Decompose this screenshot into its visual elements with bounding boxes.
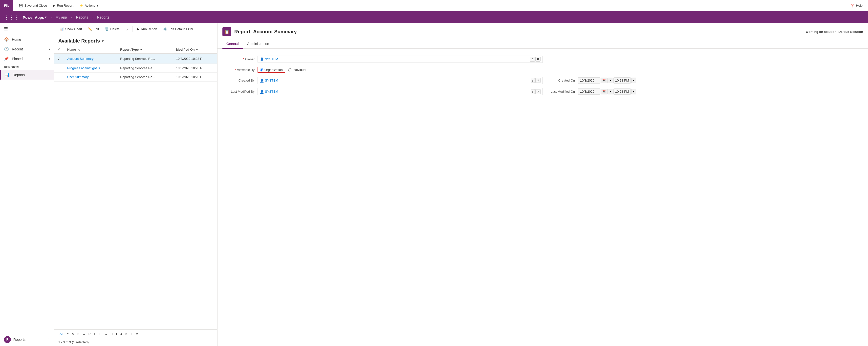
app-name: Power Apps ▾	[23, 15, 46, 20]
row-name-link[interactable]: Progress against goals	[67, 66, 100, 70]
sidebar: ☰ 🏠 Home 🕐 Recent ▾ 📌 Pinned ▾ Reports 📊…	[0, 23, 54, 346]
last-modified-on-dropdown-button[interactable]: ▾	[608, 89, 613, 94]
actions-icon: ⚡	[79, 4, 83, 7]
owner-clear-button[interactable]: ✕	[535, 57, 540, 62]
edit-button[interactable]: ✏️ Edit	[86, 26, 101, 32]
row-report-type: Reporting Services Re...	[117, 73, 173, 82]
pagination-section: All#ABCDEFGHIJKLM	[54, 329, 217, 338]
last-modified-on-time-dropdown[interactable]: ▾	[631, 89, 636, 94]
row-check[interactable]: ✓	[54, 54, 64, 64]
table-row[interactable]: Progress against goalsReporting Services…	[54, 64, 217, 73]
help-button[interactable]: ❓ Help	[848, 3, 865, 8]
owner-field: 👤 SYSTEM ↗ ✕	[257, 56, 543, 63]
last-modified-by-lookup-button[interactable]: ↗	[535, 89, 540, 94]
alpha-nav-f[interactable]: F	[98, 332, 102, 336]
radio-organization-input[interactable]	[260, 68, 263, 71]
row-check[interactable]	[54, 64, 64, 73]
alpha-nav-h[interactable]: H	[109, 332, 114, 336]
form-row-spacer2	[543, 65, 863, 75]
radio-individual-input[interactable]	[288, 68, 291, 71]
created-by-field-actions: ↕ ↗	[531, 78, 541, 83]
owner-label: * Owner	[222, 57, 254, 61]
actions-button[interactable]: ⚡ Actions ▾	[77, 3, 101, 8]
col-report-type-header[interactable]: Report Type ▾	[117, 46, 173, 54]
modified-on-chevron-icon: ▾	[196, 48, 198, 51]
row-report-type: Reporting Services Re...	[117, 54, 173, 64]
waffle-icon[interactable]: ⋮⋮⋮	[3, 13, 20, 21]
ribbon: File 💾 Save and Close ▶ Run Report ⚡ Act…	[0, 0, 868, 11]
form-row-owner: * Owner 👤 SYSTEM ↗ ✕	[222, 54, 543, 65]
form-row-created-on: Created On 📅 ▾ ▾	[543, 75, 863, 86]
pagination-bar: 1 - 3 of 3 (1 selected)	[54, 338, 217, 346]
owner-lookup-button[interactable]: ↗	[530, 57, 535, 62]
more-button[interactable]: ⌄	[123, 25, 130, 33]
hamburger-menu[interactable]: ☰	[0, 23, 54, 35]
sidebar-item-reports[interactable]: 📊 Reports	[0, 70, 54, 80]
created-on-time-dropdown[interactable]: ▾	[631, 77, 636, 83]
viewable-by-value: Organization Individual	[257, 67, 543, 73]
table-row[interactable]: User SummaryReporting Services Re...10/3…	[54, 73, 217, 82]
alpha-nav-c[interactable]: C	[82, 332, 86, 336]
form-row-spacer1	[543, 54, 863, 65]
save-icon: 💾	[19, 4, 23, 7]
alpha-nav-b[interactable]: B	[76, 332, 81, 336]
delete-button[interactable]: 🗑️ Delete	[102, 26, 122, 32]
sidebar-item-pinned[interactable]: 📌 Pinned ▾	[0, 54, 54, 64]
row-name: Progress against goals	[64, 64, 117, 73]
alpha-nav-m[interactable]: M	[135, 332, 140, 336]
sidebar-item-home[interactable]: 🏠 Home	[0, 35, 54, 44]
alpha-nav-d[interactable]: D	[87, 332, 92, 336]
radio-organization[interactable]: Organization	[257, 67, 285, 73]
last-modified-on-calendar-button[interactable]: 📅	[600, 89, 608, 94]
col-modified-on-header[interactable]: Modified On ▾	[173, 46, 217, 54]
alpha-nav-k[interactable]: K	[124, 332, 128, 336]
last-modified-on-time-input[interactable]	[614, 89, 631, 95]
col-name-header[interactable]: Name ↑↓	[64, 46, 117, 54]
list-header-chevron-icon[interactable]: ▾	[102, 39, 103, 43]
alpha-nav-all[interactable]: All	[58, 332, 64, 336]
alpha-nav-i[interactable]: I	[115, 332, 118, 336]
file-button[interactable]: File	[0, 0, 13, 11]
last-modified-by-expand-button[interactable]: ↕	[531, 89, 535, 94]
sidebar-bottom: R Reports ⌃	[0, 333, 54, 346]
tab-general[interactable]: General	[222, 39, 243, 49]
row-check[interactable]	[54, 73, 64, 82]
sidebar-bottom-item[interactable]: R Reports ⌃	[0, 333, 54, 346]
col-check-header[interactable]: ✓	[54, 46, 64, 54]
table-row[interactable]: ✓Account SummaryReporting Services Re...…	[54, 54, 217, 64]
created-on-calendar-button[interactable]: 📅	[600, 77, 608, 83]
last-modified-by-field-group: 👤 SYSTEM ↕ ↗	[257, 88, 543, 95]
created-on-time-input[interactable]	[614, 77, 631, 84]
radio-individual[interactable]: Individual	[288, 68, 306, 72]
alpha-nav-#[interactable]: #	[65, 332, 70, 336]
row-name-link[interactable]: User Summary	[67, 75, 89, 79]
last-modified-by-value: 👤 SYSTEM ↕ ↗	[257, 88, 543, 95]
last-modified-on-value: 📅 ▾ ▾	[578, 89, 863, 95]
alpha-nav-e[interactable]: E	[93, 332, 97, 336]
edit-filter-button[interactable]: ⚙️ Edit Default Filter	[161, 26, 196, 32]
tab-administration[interactable]: Administration	[243, 39, 273, 49]
created-on-date-input[interactable]	[578, 77, 600, 84]
created-by-lookup-button[interactable]: ↗	[535, 78, 540, 83]
created-on-dropdown-button[interactable]: ▾	[608, 77, 613, 83]
reports-icon: 📊	[5, 72, 10, 77]
last-modified-on-date-input[interactable]	[578, 89, 600, 95]
alpha-nav-j[interactable]: J	[119, 332, 123, 336]
detail-panel: 📋 Report: Account Summary Working on sol…	[217, 23, 868, 346]
alpha-nav-g[interactable]: G	[103, 332, 108, 336]
sidebar-item-recent[interactable]: 🕐 Recent ▾	[0, 44, 54, 54]
run-report-button[interactable]: ▶ Run Report	[134, 26, 160, 32]
created-on-date-group: 📅 ▾ ▾	[578, 77, 863, 84]
breadcrumb-separator: ›	[51, 15, 52, 19]
detail-title: Report: Account Summary	[234, 29, 297, 35]
alpha-nav-a[interactable]: A	[71, 332, 75, 336]
run-report-ribbon-button[interactable]: ▶ Run Report	[51, 3, 75, 8]
breadcrumb-separator3: ›	[92, 15, 93, 19]
alpha-nav-l[interactable]: L	[129, 332, 134, 336]
created-by-expand-button[interactable]: ↕	[531, 78, 535, 83]
row-name-link[interactable]: Account Summary	[67, 57, 93, 61]
save-close-button[interactable]: 💾 Save and Close	[16, 3, 50, 8]
created-by-value: 👤 SYSTEM ↕ ↗	[257, 77, 543, 84]
show-chart-button[interactable]: 📊 Show Chart	[57, 26, 85, 32]
row-name: User Summary	[64, 73, 117, 82]
